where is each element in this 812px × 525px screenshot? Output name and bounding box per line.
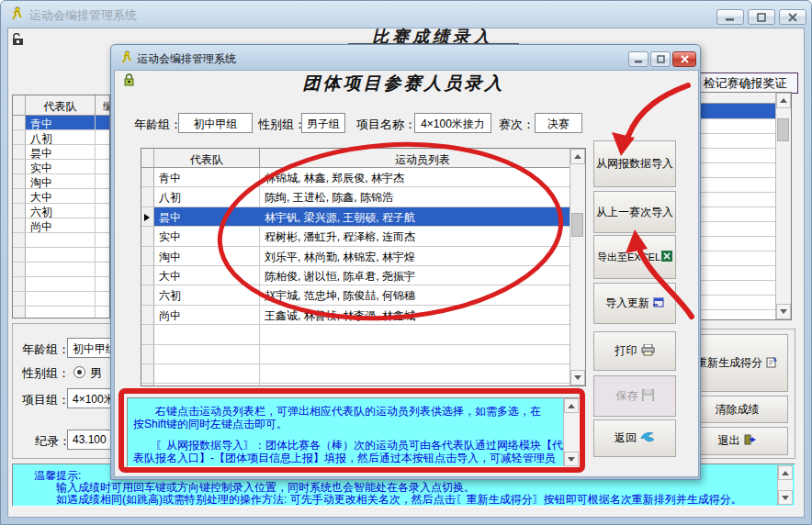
bg-event-label: 项目组： xyxy=(22,392,70,408)
main-minimize-button[interactable] xyxy=(716,9,744,25)
bg-event-field[interactable]: 4×100米 xyxy=(67,388,113,408)
export-excel-label: 导出至EXCEL xyxy=(597,251,660,264)
round-field[interactable]: 决赛 xyxy=(535,113,582,133)
tips-line2: 如遇成绩相同(如跳高)或需特别处理的操作方法: 可先手动更改相关名次，然后点击〖… xyxy=(56,492,742,507)
athlete-row[interactable]: 青中林锦城, 林鑫, 郑辰俊, 林宇杰 xyxy=(141,168,585,187)
export-excel-button[interactable]: 导出至EXCEL xyxy=(593,235,676,279)
tips-scrollbar[interactable] xyxy=(777,465,793,505)
bg-right-row[interactable] xyxy=(696,222,776,237)
athlete-row[interactable]: 实中程树彬, 潘虹升, 程泽榕, 连而杰 xyxy=(141,227,585,246)
import-prev-round-button[interactable]: 从上一赛次导入 xyxy=(593,191,676,233)
athlete-row-selected[interactable]: 昙中林宇钒, 梁兴源, 王朝硕, 程子航 xyxy=(141,207,585,227)
athlete-row[interactable]: 六初赵宇城, 范忠坤, 陈俊喆, 何锦穗 xyxy=(141,285,585,305)
athlete-row[interactable]: 淘中刘乐平, 林尚勤, 林锦宏, 林宇煌 xyxy=(141,247,585,266)
bg-col-code: 编 xyxy=(96,95,109,115)
round-label: 赛次： xyxy=(499,117,535,133)
bg-age-field[interactable]: 初中甲组 xyxy=(67,338,113,358)
back-button[interactable]: 返回 xyxy=(593,419,676,457)
athlete-row[interactable]: 大中陈柏俊, 谢以恒, 陈卓君, 尧振宇 xyxy=(141,266,585,285)
main-window-title: 运动会编排管理系统 xyxy=(29,7,137,24)
clear-score-button[interactable]: 清除成绩 xyxy=(686,396,788,423)
event-name-field[interactable]: 4×100米接力 xyxy=(414,113,491,133)
print-button[interactable]: 打印 xyxy=(593,331,676,371)
bg-team-row[interactable]: 六初 xyxy=(13,204,109,218)
bg-right-row[interactable] xyxy=(696,149,776,163)
athlete-row-empty[interactable] xyxy=(141,325,585,344)
athlete-row[interactable]: 尚中王鑫诚, 林善桢, 林李强, 林鑫城 xyxy=(141,306,585,325)
athlete-row-empty[interactable] xyxy=(141,364,585,384)
corner-cert-button[interactable]: 检记赛确报奖证 xyxy=(692,73,798,94)
current-row-marker xyxy=(144,214,150,221)
bg-team-row[interactable]: 昙中 xyxy=(13,145,109,160)
floppy-disk-icon xyxy=(642,389,654,404)
bg-right-row[interactable] xyxy=(696,281,776,296)
athlete-row-empty[interactable] xyxy=(141,345,585,364)
help-scrollbar[interactable] xyxy=(563,398,579,466)
athletes-table-header: 代表队 运动员列表 xyxy=(141,149,585,168)
edit-note-icon xyxy=(766,356,778,371)
regen-score-button[interactable]: 重新生成得分 xyxy=(686,334,788,392)
screen: 运动会编排管理系统 比赛成绩录入 检记赛确报奖证 代表队 编 青中 八初 昙中 … xyxy=(0,0,812,525)
exit-door-icon xyxy=(744,434,757,448)
scroll-up-button[interactable] xyxy=(570,149,585,164)
bg-right-row[interactable] xyxy=(696,251,776,266)
dialog-runner-icon xyxy=(119,50,133,67)
athlete-row-empty[interactable] xyxy=(141,384,585,386)
bg-right-row[interactable] xyxy=(696,119,776,134)
dialog-minimize-button[interactable] xyxy=(628,51,648,67)
bg-team-row-empty[interactable] xyxy=(13,233,109,248)
help-line4: 表队报名入口】-【团体项目信息上报】填报，然后通过本按钮点击导入，可减轻管理员 xyxy=(133,451,556,466)
bg-gender-radio[interactable] xyxy=(73,366,85,378)
scroll-thumb[interactable] xyxy=(571,213,583,237)
scroll-down-button[interactable] xyxy=(776,304,791,319)
bg-team-row[interactable]: 八初 xyxy=(13,130,109,145)
bg-right-scrollbar[interactable] xyxy=(775,93,791,319)
bg-right-row[interactable] xyxy=(696,193,776,207)
scroll-up-button[interactable] xyxy=(564,398,579,413)
bg-team-row-empty[interactable] xyxy=(13,262,109,277)
scroll-down-button[interactable] xyxy=(778,490,793,505)
main-close-button[interactable] xyxy=(779,9,806,25)
printer-icon xyxy=(641,344,655,359)
bg-team-row[interactable]: 尚中 xyxy=(13,218,109,233)
bg-record-field[interactable]: 43.100 xyxy=(67,430,113,450)
age-group-field[interactable]: 初中甲组 xyxy=(178,113,253,133)
bg-team-table: 代表队 编 青中 八初 昙中 实中 淘中 大中 六初 尚中 xyxy=(12,95,110,318)
bg-team-row[interactable]: 青中 xyxy=(13,116,109,130)
bg-right-selected-row[interactable] xyxy=(696,104,776,119)
scroll-thumb[interactable] xyxy=(777,118,789,141)
main-restore-button[interactable] xyxy=(748,9,775,25)
athlete-row[interactable]: 八初陈绚, 王进松, 陈鑫, 陈锦浩 xyxy=(141,187,585,207)
exit-button[interactable]: 退出 xyxy=(686,427,788,455)
gender-group-field[interactable]: 男子组 xyxy=(301,113,345,133)
bg-right-row[interactable] xyxy=(696,178,776,193)
scroll-down-button[interactable] xyxy=(570,370,585,385)
import-update-button[interactable]: 导入更新 xyxy=(593,283,676,324)
dialog-close-button[interactable] xyxy=(672,51,696,67)
clear-score-label: 清除成绩 xyxy=(716,402,760,418)
gender-group-label: 性别组： xyxy=(258,117,306,133)
bg-team-row[interactable]: 大中 xyxy=(13,189,109,204)
save-button[interactable]: 保存 xyxy=(593,375,676,417)
bg-team-row[interactable]: 淘中 xyxy=(13,174,109,189)
bg-team-row-empty[interactable] xyxy=(13,277,109,292)
scroll-down-button[interactable] xyxy=(564,452,579,466)
scroll-up-button[interactable] xyxy=(778,465,793,480)
dialog-restore-button[interactable] xyxy=(650,51,671,67)
bg-team-row-empty[interactable] xyxy=(13,307,109,318)
bg-right-row[interactable] xyxy=(696,134,776,149)
bg-team-row-empty[interactable] xyxy=(13,248,109,262)
bg-header-gutter xyxy=(13,95,26,115)
bg-team-row[interactable]: 实中 xyxy=(13,160,109,174)
import-net-button[interactable]: 从网报数据导入 xyxy=(593,140,676,187)
athletes-table-scrollbar[interactable] xyxy=(570,149,585,385)
bg-right-row[interactable] xyxy=(696,163,776,178)
bg-right-row[interactable] xyxy=(696,237,776,251)
bg-team-row-empty[interactable] xyxy=(13,292,109,307)
bg-right-row[interactable] xyxy=(696,266,776,281)
bg-right-row[interactable] xyxy=(696,207,776,222)
exit-label: 退出 xyxy=(718,433,740,449)
bg-right-row[interactable] xyxy=(696,296,776,310)
back-arrow-icon xyxy=(640,431,655,446)
scroll-up-button[interactable] xyxy=(776,93,791,108)
